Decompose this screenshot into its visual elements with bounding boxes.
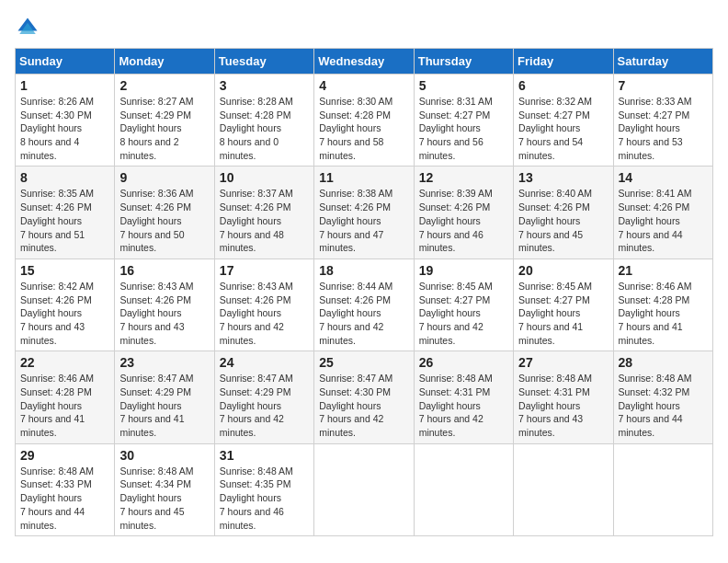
day-number: 10 [220, 170, 309, 185]
calendar-cell: 20 Sunrise: 8:45 AMSunset: 4:27 PMDaylig… [514, 259, 613, 350]
calendar-cell: 24 Sunrise: 8:47 AMSunset: 4:29 PMDaylig… [214, 351, 313, 443]
day-detail: Sunrise: 8:35 AMSunset: 4:26 PMDaylight … [20, 188, 94, 253]
day-detail: Sunrise: 8:44 AMSunset: 4:26 PMDaylight … [319, 281, 392, 346]
day-detail: Sunrise: 8:47 AMSunset: 4:30 PMDaylight … [319, 373, 392, 438]
day-number: 25 [319, 355, 408, 370]
day-detail: Sunrise: 8:48 AMSunset: 4:31 PMDaylight … [518, 373, 592, 438]
calendar-week-row: 22 Sunrise: 8:46 AMSunset: 4:28 PMDaylig… [16, 351, 713, 443]
calendar-cell: 16 Sunrise: 8:43 AMSunset: 4:26 PMDaylig… [115, 259, 214, 350]
logo [15, 15, 44, 40]
day-number: 22 [20, 355, 109, 370]
calendar-day-header: Monday [115, 49, 214, 75]
day-number: 20 [518, 263, 608, 278]
day-detail: Sunrise: 8:42 AMSunset: 4:26 PMDaylight … [20, 281, 94, 346]
calendar-header-row: SundayMondayTuesdayWednesdayThursdayFrid… [16, 49, 713, 75]
calendar-cell: 18 Sunrise: 8:44 AMSunset: 4:26 PMDaylig… [314, 259, 414, 350]
calendar-cell: 22 Sunrise: 8:46 AMSunset: 4:28 PMDaylig… [16, 351, 115, 443]
day-detail: Sunrise: 8:39 AMSunset: 4:26 PMDaylight … [419, 188, 493, 253]
day-detail: Sunrise: 8:46 AMSunset: 4:28 PMDaylight … [20, 373, 94, 438]
calendar-cell: 28 Sunrise: 8:48 AMSunset: 4:32 PMDaylig… [613, 351, 712, 443]
calendar-cell: 30 Sunrise: 8:48 AMSunset: 4:34 PMDaylig… [115, 443, 214, 535]
day-number: 5 [419, 78, 508, 93]
day-number: 23 [119, 355, 209, 370]
day-detail: Sunrise: 8:45 AMSunset: 4:27 PMDaylight … [419, 281, 493, 346]
day-detail: Sunrise: 8:30 AMSunset: 4:28 PMDaylight … [319, 96, 392, 161]
calendar-cell: 8 Sunrise: 8:35 AMSunset: 4:26 PMDayligh… [16, 167, 115, 259]
calendar-cell: 23 Sunrise: 8:47 AMSunset: 4:29 PMDaylig… [115, 351, 214, 443]
calendar-cell: 4 Sunrise: 8:30 AMSunset: 4:28 PMDayligh… [314, 75, 414, 167]
day-number: 13 [518, 170, 608, 185]
logo-icon [15, 15, 40, 40]
day-number: 19 [419, 263, 508, 278]
calendar-cell: 7 Sunrise: 8:33 AMSunset: 4:27 PMDayligh… [613, 75, 712, 167]
day-detail: Sunrise: 8:37 AMSunset: 4:26 PMDaylight … [220, 188, 293, 253]
calendar-cell: 3 Sunrise: 8:28 AMSunset: 4:28 PMDayligh… [214, 75, 313, 167]
calendar-cell: 12 Sunrise: 8:39 AMSunset: 4:26 PMDaylig… [414, 167, 513, 259]
calendar-cell [613, 443, 712, 535]
day-number: 6 [518, 78, 608, 93]
calendar-cell: 21 Sunrise: 8:46 AMSunset: 4:28 PMDaylig… [613, 259, 712, 350]
day-detail: Sunrise: 8:41 AMSunset: 4:26 PMDaylight … [619, 188, 692, 253]
day-detail: Sunrise: 8:45 AMSunset: 4:27 PMDaylight … [518, 281, 592, 346]
page-header [15, 15, 713, 40]
day-number: 1 [20, 78, 109, 93]
day-detail: Sunrise: 8:48 AMSunset: 4:32 PMDaylight … [619, 373, 692, 438]
calendar-cell: 29 Sunrise: 8:48 AMSunset: 4:33 PMDaylig… [16, 443, 115, 535]
day-number: 21 [619, 263, 708, 278]
day-detail: Sunrise: 8:48 AMSunset: 4:33 PMDaylight … [20, 465, 94, 531]
calendar-cell [314, 443, 414, 535]
day-number: 9 [119, 170, 209, 185]
calendar-cell: 2 Sunrise: 8:27 AMSunset: 4:29 PMDayligh… [115, 75, 214, 167]
day-detail: Sunrise: 8:48 AMSunset: 4:34 PMDaylight … [119, 465, 193, 531]
day-number: 16 [119, 263, 209, 278]
day-detail: Sunrise: 8:48 AMSunset: 4:35 PMDaylight … [220, 465, 293, 531]
calendar-cell: 17 Sunrise: 8:43 AMSunset: 4:26 PMDaylig… [214, 259, 313, 350]
day-detail: Sunrise: 8:48 AMSunset: 4:31 PMDaylight … [419, 373, 493, 438]
day-number: 31 [220, 448, 309, 463]
day-detail: Sunrise: 8:26 AMSunset: 4:30 PMDaylight … [20, 96, 94, 161]
day-detail: Sunrise: 8:43 AMSunset: 4:26 PMDaylight … [119, 281, 193, 346]
calendar-cell: 9 Sunrise: 8:36 AMSunset: 4:26 PMDayligh… [115, 167, 214, 259]
day-detail: Sunrise: 8:47 AMSunset: 4:29 PMDaylight … [119, 373, 193, 438]
day-detail: Sunrise: 8:43 AMSunset: 4:26 PMDaylight … [220, 281, 293, 346]
calendar-cell: 13 Sunrise: 8:40 AMSunset: 4:26 PMDaylig… [514, 167, 613, 259]
day-number: 2 [119, 78, 209, 93]
day-number: 14 [619, 170, 708, 185]
calendar-week-row: 1 Sunrise: 8:26 AMSunset: 4:30 PMDayligh… [16, 75, 713, 167]
calendar-week-row: 15 Sunrise: 8:42 AMSunset: 4:26 PMDaylig… [16, 259, 713, 350]
calendar-table: SundayMondayTuesdayWednesdayThursdayFrid… [15, 48, 713, 536]
day-number: 27 [518, 355, 608, 370]
day-number: 29 [20, 448, 109, 463]
day-number: 26 [419, 355, 508, 370]
day-number: 12 [419, 170, 508, 185]
calendar-cell: 25 Sunrise: 8:47 AMSunset: 4:30 PMDaylig… [314, 351, 414, 443]
day-number: 7 [619, 78, 708, 93]
day-detail: Sunrise: 8:38 AMSunset: 4:26 PMDaylight … [319, 188, 392, 253]
day-detail: Sunrise: 8:46 AMSunset: 4:28 PMDaylight … [619, 281, 692, 346]
day-detail: Sunrise: 8:36 AMSunset: 4:26 PMDaylight … [119, 188, 193, 253]
calendar-cell: 14 Sunrise: 8:41 AMSunset: 4:26 PMDaylig… [613, 167, 712, 259]
calendar-day-header: Friday [514, 49, 613, 75]
calendar-cell: 31 Sunrise: 8:48 AMSunset: 4:35 PMDaylig… [214, 443, 313, 535]
calendar-cell: 10 Sunrise: 8:37 AMSunset: 4:26 PMDaylig… [214, 167, 313, 259]
day-detail: Sunrise: 8:28 AMSunset: 4:28 PMDaylight … [220, 96, 293, 161]
calendar-cell: 15 Sunrise: 8:42 AMSunset: 4:26 PMDaylig… [16, 259, 115, 350]
day-number: 28 [619, 355, 708, 370]
calendar-cell: 1 Sunrise: 8:26 AMSunset: 4:30 PMDayligh… [16, 75, 115, 167]
day-detail: Sunrise: 8:27 AMSunset: 4:29 PMDaylight … [119, 96, 193, 161]
calendar-day-header: Tuesday [214, 49, 313, 75]
calendar-cell [514, 443, 613, 535]
calendar-day-header: Saturday [613, 49, 712, 75]
day-detail: Sunrise: 8:40 AMSunset: 4:26 PMDaylight … [518, 188, 592, 253]
calendar-cell: 27 Sunrise: 8:48 AMSunset: 4:31 PMDaylig… [514, 351, 613, 443]
day-number: 17 [220, 263, 309, 278]
day-number: 4 [319, 78, 408, 93]
day-number: 11 [319, 170, 408, 185]
calendar-day-header: Sunday [16, 49, 115, 75]
calendar-week-row: 8 Sunrise: 8:35 AMSunset: 4:26 PMDayligh… [16, 167, 713, 259]
day-number: 3 [220, 78, 309, 93]
calendar-week-row: 29 Sunrise: 8:48 AMSunset: 4:33 PMDaylig… [16, 443, 713, 535]
day-number: 15 [20, 263, 109, 278]
day-detail: Sunrise: 8:47 AMSunset: 4:29 PMDaylight … [220, 373, 293, 438]
calendar-day-header: Thursday [414, 49, 513, 75]
